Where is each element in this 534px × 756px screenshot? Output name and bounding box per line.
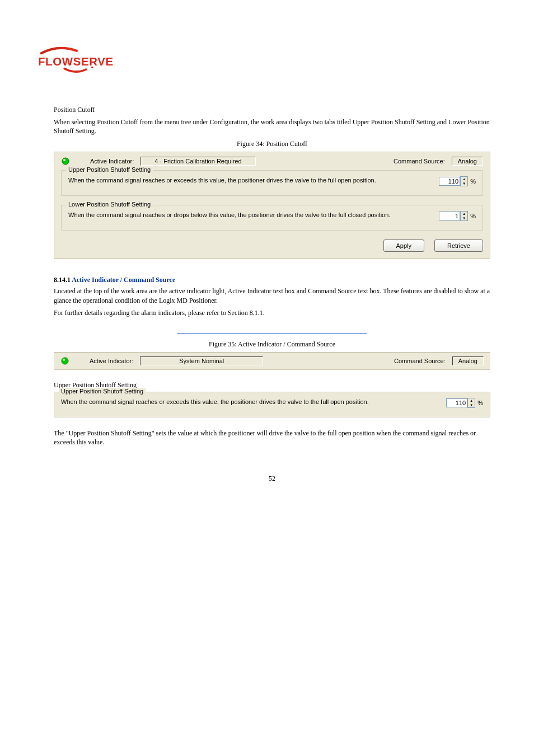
active-indicator-label: Active Indicator: <box>90 358 133 364</box>
upper-shutoff-fieldset: Upper Position Shutoff Setting When the … <box>61 170 483 196</box>
page-header: FLOWSERVE <box>38 45 506 78</box>
lower-shutoff-unit: % <box>470 213 476 219</box>
upper-shutoff-stepper-2[interactable]: ▲ ▼ % <box>446 398 483 408</box>
upper-shutoff-text-2: When the command signal reaches or excee… <box>61 398 435 406</box>
status-row: Active Indicator: 4 - Friction Calibrati… <box>61 157 483 166</box>
position-cutoff-panel: Active Indicator: 4 - Friction Calibrati… <box>54 152 490 259</box>
active-indicator-light-icon <box>60 356 69 365</box>
section-title-position-cutoff: Position Cutoff <box>54 106 506 114</box>
flowserve-logo: FLOWSERVE <box>38 45 119 76</box>
command-source-label: Command Source: <box>394 358 446 364</box>
upper-shutoff-standalone-panel: Upper Position Shutoff Setting When the … <box>54 392 490 417</box>
heading-number: 8.14.1 <box>54 276 71 284</box>
command-source-value: Analog <box>452 356 484 365</box>
lower-shutoff-legend: Lower Position Shutoff Setting <box>66 201 153 208</box>
figure34-caption: Figure 34: Position Cutoff <box>38 140 506 148</box>
spin-down-icon[interactable]: ▼ <box>461 216 467 220</box>
svg-point-5 <box>63 359 65 361</box>
apply-button[interactable]: Apply <box>383 240 425 252</box>
upper-shutoff-legend-2: Upper Position Shutoff Setting <box>59 388 146 395</box>
upper-shutoff-description: The "Upper Position Shutoff Setting" set… <box>54 429 490 447</box>
active-indicator-label: Active Indicator: <box>90 158 134 165</box>
svg-point-2 <box>62 158 69 165</box>
command-source-label: Command Source: <box>394 158 445 165</box>
svg-text:FLOWSERVE: FLOWSERVE <box>38 55 114 68</box>
lower-shutoff-text: When the command signal reaches or drops… <box>68 211 428 219</box>
spin-up-icon[interactable]: ▲ <box>468 398 475 403</box>
upper-shutoff-stepper[interactable]: ▲ ▼ % <box>439 176 476 186</box>
lower-shutoff-stepper[interactable]: ▲ ▼ % <box>439 211 476 221</box>
figure35-caption: Figure 35: Active Indicator / Command So… <box>38 340 506 349</box>
spin-up-icon[interactable]: ▲ <box>461 212 467 216</box>
blue-underline <box>177 333 367 334</box>
lower-shutoff-fieldset: Lower Position Shutoff Setting When the … <box>61 205 483 231</box>
upper-shutoff-unit-2: % <box>477 400 483 406</box>
active-indicator-value: 4 - Friction Calibration Required <box>140 157 255 166</box>
upper-shutoff-input[interactable] <box>439 177 460 186</box>
active-indicator-value: System Nominal <box>140 356 263 365</box>
section-b-text2: For further details regarding the alarm … <box>54 308 490 317</box>
section-text-position-cutoff: When selecting Position Cutoff from the … <box>54 118 490 135</box>
status-bar-panel: Active Indicator: System Nominal Command… <box>54 352 490 370</box>
active-indicator-light-icon <box>61 157 70 166</box>
retrieve-button[interactable]: Retrieve <box>434 240 483 252</box>
upper-shutoff-text: When the command signal reaches or excee… <box>68 176 428 185</box>
svg-point-3 <box>63 159 65 161</box>
upper-shutoff-unit: % <box>470 178 476 185</box>
section-8-14-1-heading: 8.14.1 Active Indicator / Command Source <box>54 276 506 284</box>
upper-shutoff-fieldset-2: Upper Position Shutoff Setting When the … <box>54 392 490 417</box>
spin-down-icon[interactable]: ▼ <box>468 403 475 407</box>
command-source-value: Analog <box>452 157 483 166</box>
page-number: 52 <box>38 475 506 483</box>
upper-shutoff-input-2[interactable] <box>446 398 467 407</box>
spin-up-icon[interactable]: ▲ <box>461 177 467 181</box>
spin-down-icon[interactable]: ▼ <box>461 181 467 186</box>
lower-shutoff-input[interactable] <box>439 212 460 220</box>
section-b-text1: Located at the top of the work area are … <box>54 287 490 304</box>
svg-point-1 <box>91 67 93 69</box>
heading-title: Active Indicator / Command Source <box>72 276 175 284</box>
svg-point-4 <box>62 358 68 364</box>
upper-shutoff-legend: Upper Position Shutoff Setting <box>66 166 153 173</box>
